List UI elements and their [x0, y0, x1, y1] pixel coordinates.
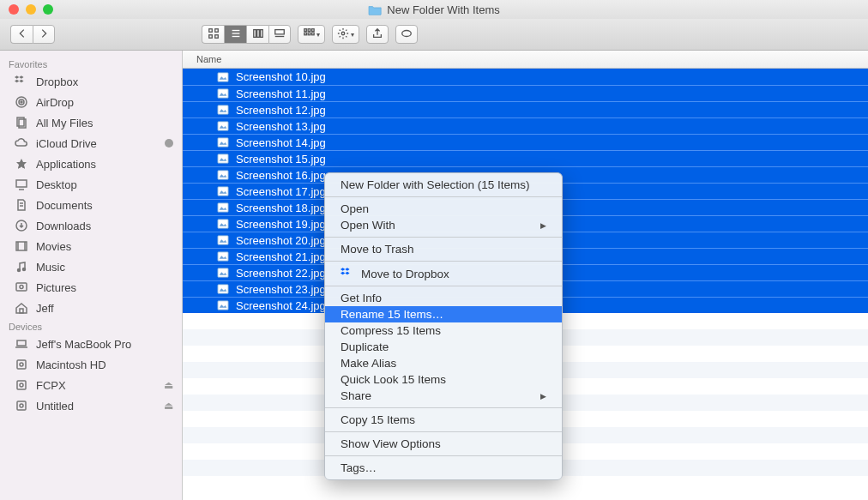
svg-rect-71	[218, 268, 228, 278]
file-row[interactable]: Screenshot 10.jpg	[183, 69, 868, 85]
menu-item-label: Tags…	[341, 461, 377, 474]
sidebar-item-label: Jeff	[36, 302, 54, 315]
chevron-right-icon	[38, 27, 50, 42]
coverflow-view-button[interactable]	[268, 25, 291, 44]
svg-point-37	[20, 286, 23, 289]
file-row[interactable]: Screenshot 15.jpg	[183, 150, 868, 166]
svg-rect-47	[218, 72, 228, 81]
columns-icon	[252, 27, 264, 42]
svg-rect-49	[218, 89, 228, 99]
sidebar-item-dropbox[interactable]: Dropbox	[0, 71, 182, 92]
menu-item-copy-15-items[interactable]: Copy 15 Items	[325, 412, 562, 428]
file-name: Screenshot 17.jpg	[236, 185, 326, 198]
menu-item-show-view-options[interactable]: Show View Options	[325, 436, 562, 452]
share-icon	[371, 27, 383, 42]
svg-point-19	[402, 30, 412, 36]
window-title: New Folder With Items	[387, 3, 499, 16]
tags-button[interactable]	[395, 25, 418, 44]
svg-rect-57	[218, 154, 228, 164]
menu-item-label: New Folder with Selection (15 Items)	[341, 178, 530, 191]
icon-view-button[interactable]	[202, 25, 224, 44]
svg-rect-0	[208, 28, 212, 32]
menu-item-tags[interactable]: Tags…	[325, 460, 562, 476]
svg-rect-53	[218, 122, 228, 131]
progress-badge-icon	[165, 139, 173, 148]
desktop-icon	[14, 177, 29, 192]
sidebar-item-documents[interactable]: Documents	[0, 195, 182, 215]
sidebar-item-music[interactable]: Music	[0, 256, 182, 277]
sidebar-item-jeff[interactable]: Jeff	[0, 298, 182, 318]
sidebar-item-label: All My Files	[36, 117, 93, 130]
close-window-button[interactable]	[9, 4, 19, 15]
menu-separator	[325, 237, 562, 238]
column-view-button[interactable]	[246, 25, 268, 44]
sidebar-item-airdrop[interactable]: AirDrop	[0, 92, 182, 112]
menu-separator	[325, 261, 562, 262]
file-name: Screenshot 18.jpg	[236, 202, 326, 214]
share-button[interactable]	[366, 25, 389, 44]
sidebar-item-macintosh-hd[interactable]: Macintosh HD	[0, 354, 182, 375]
menu-item-make-alias[interactable]: Make Alias	[325, 355, 562, 371]
documents-icon	[14, 197, 29, 213]
file-row[interactable]: Screenshot 13.jpg	[183, 117, 868, 134]
sidebar-item-pictures[interactable]: Pictures	[0, 277, 182, 298]
menu-item-move-to-trash[interactable]: Move to Trash	[325, 241, 562, 257]
sidebar-heading: Devices	[0, 318, 182, 334]
menu-item-label: Move to Trash	[341, 243, 414, 256]
sidebar-item-label: Untitled	[36, 400, 74, 413]
file-row[interactable]: Screenshot 12.jpg	[183, 101, 868, 117]
image-file-icon	[217, 218, 229, 230]
menu-item-open[interactable]: Open	[325, 201, 562, 217]
forward-button[interactable]	[33, 25, 55, 44]
svg-rect-2	[208, 34, 212, 38]
sidebar-item-label: AirDrop	[36, 96, 74, 109]
sidebar-item-applications[interactable]: AApplications	[0, 154, 182, 174]
eject-icon[interactable]: ⏏	[164, 400, 173, 412]
menu-item-new-folder-with-selection-15-items[interactable]: New Folder with Selection (15 Items)	[325, 177, 562, 193]
menu-item-quick-look-15-items[interactable]: Quick Look 15 Items	[325, 371, 562, 388]
menu-item-compress-15-items[interactable]: Compress 15 Items	[325, 322, 562, 339]
menu-item-label: Show View Options	[341, 437, 441, 450]
sidebar-item-untitled[interactable]: Untitled⏏	[0, 395, 182, 416]
svg-rect-61	[218, 187, 228, 196]
file-row[interactable]: Screenshot 11.jpg	[183, 85, 868, 101]
menu-item-get-info[interactable]: Get Info	[325, 290, 562, 306]
svg-rect-55	[218, 138, 228, 148]
menu-item-duplicate[interactable]: Duplicate	[325, 339, 562, 355]
menu-item-rename-15-items[interactable]: Rename 15 Items…	[325, 306, 562, 322]
sidebar-item-downloads[interactable]: Downloads	[0, 215, 182, 236]
sidebar-item-movies[interactable]: Movies	[0, 236, 182, 256]
sidebar-item-icloud-drive[interactable]: iCloud Drive	[0, 133, 182, 154]
back-button[interactable]	[10, 25, 33, 44]
file-name: Screenshot 21.jpg	[236, 250, 326, 263]
svg-rect-65	[218, 220, 228, 229]
image-file-icon	[217, 250, 229, 262]
menu-item-share[interactable]: Share	[325, 388, 562, 404]
arrange-button[interactable]: ▾	[298, 25, 325, 44]
svg-rect-16	[308, 33, 310, 35]
fullscreen-window-button[interactable]	[43, 4, 53, 15]
action-button[interactable]: ▾	[332, 25, 359, 44]
column-header-name[interactable]: Name	[183, 51, 868, 69]
svg-rect-12	[304, 28, 307, 31]
dropbox-icon	[14, 74, 29, 89]
sidebar-item-fcpx[interactable]: FCPX⏏	[0, 375, 182, 395]
cloud-icon	[14, 136, 29, 151]
file-row[interactable]: Screenshot 14.jpg	[183, 134, 868, 150]
menu-item-move-to-dropbox[interactable]: Move to Dropbox	[325, 265, 562, 282]
minimize-window-button[interactable]	[26, 4, 36, 15]
menu-item-open-with[interactable]: Open With	[325, 217, 562, 233]
image-file-icon	[217, 234, 229, 246]
eject-icon[interactable]: ⏏	[164, 379, 173, 391]
menu-item-label: Get Info	[341, 292, 382, 304]
svg-rect-15	[304, 33, 307, 35]
svg-rect-3	[214, 34, 218, 38]
menu-separator	[325, 431, 562, 432]
sidebar-item-desktop[interactable]: Desktop	[0, 174, 182, 195]
sidebar-item-all-my-files[interactable]: All My Files	[0, 112, 182, 133]
svg-rect-75	[218, 301, 228, 310]
image-file-icon	[217, 169, 229, 181]
list-view-button[interactable]	[224, 25, 246, 44]
sidebar-item-jeff-s-macbook-pro[interactable]: Jeff's MacBook Pro	[0, 334, 182, 354]
menu-item-label: Share	[341, 389, 371, 402]
